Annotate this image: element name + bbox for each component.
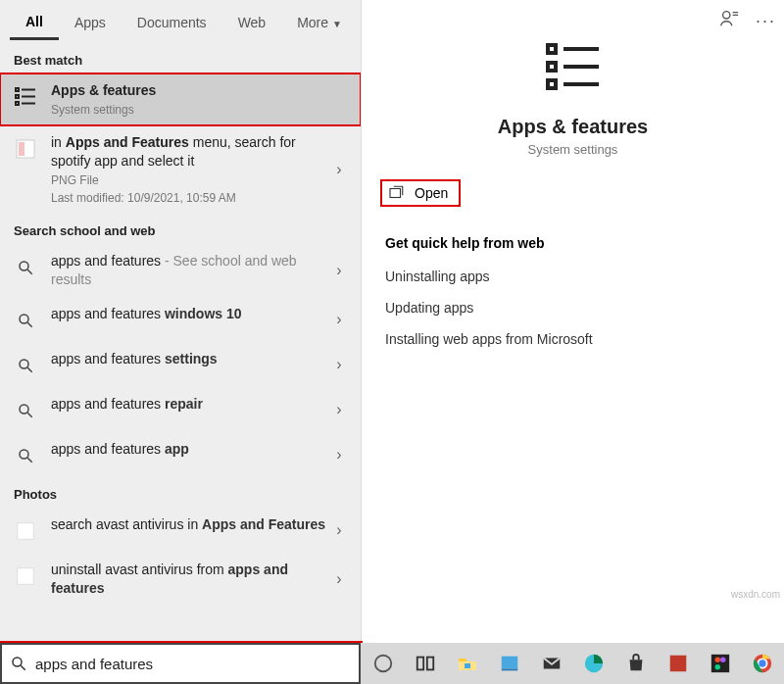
photo-result-1[interactable]: uninstall avast antivirus from apps and … xyxy=(0,553,361,606)
search-icon xyxy=(10,655,27,672)
search-icon xyxy=(12,397,39,424)
image-file-icon xyxy=(12,562,39,590)
svg-point-20 xyxy=(723,12,730,19)
chevron-right-icon[interactable]: › xyxy=(327,161,351,178)
svg-rect-27 xyxy=(390,189,401,198)
chevron-right-icon[interactable]: › xyxy=(327,356,351,373)
svg-point-10 xyxy=(20,315,28,323)
svg-line-29 xyxy=(21,665,25,670)
chevron-right-icon[interactable]: › xyxy=(327,262,351,279)
result-apps-features[interactable]: Apps & features System settings xyxy=(0,73,361,125)
search-icon xyxy=(12,254,39,281)
svg-rect-2 xyxy=(16,95,19,98)
tab-documents[interactable]: Documents xyxy=(122,5,222,38)
search-icon xyxy=(12,307,39,334)
search-tabs: All Apps Documents Web More▼ xyxy=(0,0,361,43)
search-icon xyxy=(12,352,39,379)
svg-point-28 xyxy=(13,658,22,666)
svg-rect-25 xyxy=(548,80,556,88)
chevron-right-icon[interactable]: › xyxy=(327,521,351,539)
svg-rect-32 xyxy=(426,658,432,670)
svg-rect-34 xyxy=(465,663,470,668)
result-file-modified: Last modified: 10/9/2021, 10:59 AM xyxy=(51,190,327,206)
more-icon[interactable]: ··· xyxy=(756,11,776,31)
svg-point-12 xyxy=(20,360,28,368)
apps-features-icon xyxy=(542,35,605,102)
svg-rect-39 xyxy=(669,656,686,672)
section-best-match: Best match xyxy=(0,43,361,73)
section-photos: Photos xyxy=(0,477,361,508)
result-subtitle: System settings xyxy=(51,102,351,118)
svg-rect-23 xyxy=(548,63,556,71)
svg-point-14 xyxy=(20,405,28,414)
taskbar-cortana-icon[interactable] xyxy=(370,651,395,676)
open-icon xyxy=(387,184,405,202)
svg-rect-19 xyxy=(18,568,34,585)
taskbar-edge-icon[interactable] xyxy=(581,651,606,676)
photo-result-0[interactable]: search avast antivirus in Apps and Featu… xyxy=(0,508,361,553)
svg-line-13 xyxy=(27,367,32,372)
svg-point-42 xyxy=(720,658,726,663)
svg-point-8 xyxy=(20,262,28,270)
taskbar-mail-icon[interactable] xyxy=(539,651,564,676)
svg-rect-7 xyxy=(19,142,24,156)
quick-link-update[interactable]: Updating apps xyxy=(362,292,784,323)
taskbar-settings-icon[interactable] xyxy=(497,651,521,676)
chevron-right-icon[interactable]: › xyxy=(327,446,351,464)
result-png-file[interactable]: in Apps and Features menu, search for sp… xyxy=(0,125,361,214)
chevron-right-icon[interactable]: › xyxy=(327,311,351,328)
quick-help-header: Get quick help from web xyxy=(362,214,784,261)
section-search-web: Search school and web xyxy=(0,214,361,244)
settings-list-icon xyxy=(12,83,39,111)
chevron-right-icon[interactable]: › xyxy=(327,570,351,588)
tab-more[interactable]: More▼ xyxy=(281,5,358,38)
svg-rect-36 xyxy=(501,669,517,671)
taskbar-store-icon[interactable] xyxy=(623,651,648,676)
image-file-icon xyxy=(12,517,39,545)
web-result-3[interactable]: apps and features repair › xyxy=(0,387,361,432)
web-result-2[interactable]: apps and features settings › xyxy=(0,342,361,387)
taskbar xyxy=(361,643,784,684)
taskbar-figma-icon[interactable] xyxy=(708,651,732,676)
taskbar-explorer-icon[interactable] xyxy=(455,651,479,676)
svg-point-16 xyxy=(20,450,28,459)
svg-line-15 xyxy=(27,413,32,417)
svg-line-9 xyxy=(27,269,32,274)
tab-web[interactable]: Web xyxy=(222,5,282,38)
tab-all[interactable]: All xyxy=(10,4,59,40)
svg-line-17 xyxy=(27,458,32,463)
search-icon xyxy=(12,442,39,469)
search-input[interactable] xyxy=(35,656,351,672)
quick-link-install-web[interactable]: Installing web apps from Microsoft xyxy=(362,323,784,355)
web-result-0[interactable]: apps and features - See school and web r… xyxy=(0,244,361,297)
svg-point-30 xyxy=(374,656,391,672)
taskbar-taskview-icon[interactable] xyxy=(413,651,437,676)
tab-apps[interactable]: Apps xyxy=(59,5,122,38)
search-box[interactable] xyxy=(0,643,361,684)
svg-rect-35 xyxy=(501,657,517,669)
svg-point-41 xyxy=(714,658,720,663)
svg-rect-21 xyxy=(548,45,556,53)
preview-title: Apps & features xyxy=(381,116,764,138)
result-title: Apps & features xyxy=(51,82,156,98)
result-file-type: PNG File xyxy=(51,172,327,188)
svg-rect-4 xyxy=(16,102,19,105)
quick-link-uninstall[interactable]: Uninstalling apps xyxy=(362,261,784,292)
image-file-icon xyxy=(12,135,39,163)
web-result-4[interactable]: apps and features app › xyxy=(0,432,361,477)
taskbar-chrome-icon[interactable] xyxy=(750,651,774,676)
preview-subtitle: System settings xyxy=(381,142,764,157)
chevron-right-icon[interactable]: › xyxy=(327,401,351,418)
svg-line-11 xyxy=(27,322,32,327)
open-button[interactable]: Open xyxy=(381,180,460,206)
watermark: wsxdn.com xyxy=(731,589,780,600)
taskbar-app-icon[interactable] xyxy=(665,651,690,676)
web-result-1[interactable]: apps and features windows 10 › xyxy=(0,297,361,342)
open-label: Open xyxy=(415,185,448,201)
feedback-icon[interactable] xyxy=(718,8,740,33)
svg-rect-40 xyxy=(710,655,728,672)
svg-rect-18 xyxy=(18,523,34,540)
svg-rect-0 xyxy=(16,88,19,91)
result-file-title: in Apps and Features menu, search for sp… xyxy=(51,133,327,171)
svg-rect-31 xyxy=(416,658,422,670)
